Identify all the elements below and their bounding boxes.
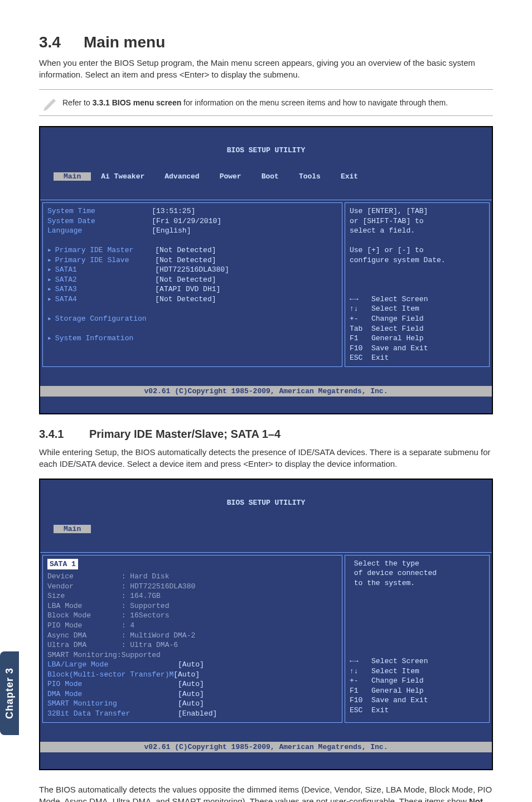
help-line: to the system. bbox=[354, 579, 415, 587]
bios2-info-row: PIO Mode : 4 bbox=[47, 621, 134, 630]
row-label: DMA Mode bbox=[47, 690, 82, 698]
row-value: [Enabled] bbox=[178, 709, 217, 718]
legend-key: ↑↓ bbox=[350, 667, 359, 675]
legend-text: Exit bbox=[371, 354, 389, 362]
legend-row: F1 General Help bbox=[350, 334, 424, 342]
bios1-device-row[interactable]: SATA1 [HDT722516DLA380] bbox=[47, 265, 229, 274]
bios1-row[interactable]: System Time [13:51:25] bbox=[47, 207, 195, 215]
row-value: [Not Detected] bbox=[155, 276, 216, 284]
row-value: [Not Detected] bbox=[155, 256, 216, 264]
bios-utility-sata: BIOS SETUP UTILITY Main SATA 1 Device : … bbox=[39, 479, 493, 770]
legend-text: Select Item bbox=[371, 667, 419, 675]
bios1-left-pane: System Time [13:51:25] System Date [Fri … bbox=[42, 202, 342, 367]
bios1-tab-advanced[interactable]: Advanced bbox=[154, 172, 209, 181]
help-line: of device connected bbox=[354, 569, 437, 577]
legend-text: Save and Exit bbox=[371, 344, 428, 352]
bios2-setting-row[interactable]: Block(Multi-sector Transfer)M[Auto] bbox=[47, 670, 200, 679]
row-value: [13:51:25] bbox=[152, 207, 195, 215]
note-prefix: Refer to bbox=[62, 98, 93, 107]
row-label: PIO Mode bbox=[47, 680, 82, 688]
bios1-tab-main[interactable]: Main bbox=[54, 172, 91, 181]
bios1-help-pane: Use [ENTER], [TAB] or [SHIFT-TAB] to sel… bbox=[345, 202, 490, 367]
bios2-footer: v02.61 (C)Copyright 1985-2009, American … bbox=[40, 742, 492, 752]
bios1-tab-exit[interactable]: Exit bbox=[331, 172, 368, 181]
bios1-system-info[interactable]: System Information bbox=[47, 334, 133, 342]
legend-row: ESC Exit bbox=[350, 706, 389, 714]
bios1-row[interactable]: System Date [Fri 01/29/2010] bbox=[47, 217, 221, 225]
legend-key: Tab bbox=[350, 325, 362, 333]
row-value: [Fri 01/29/2010] bbox=[152, 217, 221, 225]
note-suffix: for information on the menu screen items… bbox=[181, 98, 448, 107]
row-value: : 4 bbox=[122, 621, 134, 630]
row-label: Block(Multi-sector Transfer)M bbox=[47, 670, 173, 679]
legend-text: Select Screen bbox=[371, 657, 428, 665]
legend-row: F1 General Help bbox=[350, 687, 424, 695]
row-value: : 164.7GB bbox=[122, 592, 161, 600]
bios1-footer: v02.61 (C)Copyright 1985-2009, American … bbox=[40, 386, 492, 397]
bios2-info-row: Ultra DMA : Ultra DMA-6 bbox=[47, 641, 178, 649]
bios1-tab-boot[interactable]: Boot bbox=[252, 172, 289, 181]
bios1-tab-power[interactable]: Power bbox=[210, 172, 252, 181]
bios1-device-row[interactable]: SATA4 [Not Detected] bbox=[47, 295, 216, 303]
legend-text: Change Field bbox=[371, 315, 424, 323]
legend-key: ←→ bbox=[350, 295, 359, 303]
row-label: System Date bbox=[47, 217, 95, 225]
row-label: Ultra DMA bbox=[47, 641, 86, 649]
legend-text: Change Field bbox=[371, 677, 424, 685]
bios1-tab-tools[interactable]: Tools bbox=[289, 172, 331, 181]
row-value: [HDT722516DLA380] bbox=[155, 265, 229, 274]
legend-key: F1 bbox=[350, 687, 359, 695]
row-value: [Auto] bbox=[178, 660, 204, 669]
bios2-info-row: Device : Hard Disk bbox=[47, 572, 169, 581]
legend-key: F1 bbox=[350, 334, 359, 342]
closing-text-a: The BIOS automatically detects the value… bbox=[39, 785, 492, 803]
row-value: : Supported bbox=[122, 602, 170, 610]
row-label: PIO Mode bbox=[47, 621, 82, 630]
bios2-section-header: SATA 1 bbox=[47, 559, 78, 570]
bios2-setting-row[interactable]: PIO Mode [Auto] bbox=[47, 680, 204, 688]
row-value: [Not Detected] bbox=[155, 246, 216, 254]
legend-row: ↑↓ Select Item bbox=[350, 305, 419, 313]
note-block: Refer to 3.3.1 BIOS menu screen for info… bbox=[39, 89, 493, 116]
bios2-setting-row[interactable]: LBA/Large Mode [Auto] bbox=[47, 660, 204, 669]
row-label: Vendor bbox=[47, 582, 74, 591]
bios1-device-row[interactable]: Primary IDE Master [Not Detected] bbox=[47, 246, 216, 254]
row-value: : Ultra DMA-6 bbox=[122, 641, 178, 649]
bios2-setting-row[interactable]: DMA Mode [Auto] bbox=[47, 690, 204, 698]
bios1-device-row[interactable]: SATA3 [ATAPI DVD DH1] bbox=[47, 285, 220, 293]
row-label: System Time bbox=[47, 207, 95, 215]
bios2-tab-main[interactable]: Main bbox=[54, 525, 91, 533]
note-text: Refer to 3.3.1 BIOS menu screen for info… bbox=[62, 98, 448, 108]
row-label: Async DMA bbox=[47, 631, 86, 640]
row-label: Size bbox=[47, 592, 65, 600]
bios1-tab-aitweaker[interactable]: Ai Tweaker bbox=[91, 172, 154, 181]
legend-text: Save and Exit bbox=[371, 696, 428, 704]
row-value: :Supported bbox=[117, 651, 161, 659]
row-label: 32Bit Data Transfer bbox=[47, 709, 130, 718]
bios2-setting-row[interactable]: SMART Monitoring [Auto] bbox=[47, 699, 204, 708]
row-value: : MultiWord DMA-2 bbox=[122, 631, 196, 640]
bios1-row[interactable]: Language [English] bbox=[47, 226, 191, 235]
row-label: SATA2 bbox=[55, 276, 77, 284]
intro-paragraph: When you enter the BIOS Setup program, t… bbox=[39, 57, 493, 80]
row-label: SATA1 bbox=[55, 265, 77, 274]
legend-text: General Help bbox=[371, 334, 424, 342]
bios2-info-row: LBA Mode : Supported bbox=[47, 602, 169, 610]
legend-key: F10 bbox=[350, 696, 362, 704]
bios1-device-row[interactable]: Primary IDE Slave [Not Detected] bbox=[47, 256, 216, 264]
sub-heading: 3.4.1Primary IDE Master/Slave; SATA 1–4 bbox=[39, 428, 493, 441]
legend-row: Tab Select Field bbox=[350, 325, 424, 333]
bios2-tab-bar: Main bbox=[40, 524, 492, 535]
bios2-help-pane: Select the type of device connected to t… bbox=[345, 555, 490, 723]
row-value: [Auto] bbox=[178, 680, 204, 688]
row-label: SMART Monitoring bbox=[47, 699, 117, 708]
closing-paragraph: The BIOS automatically detects the value… bbox=[39, 784, 493, 803]
row-label: Device bbox=[47, 572, 74, 581]
bios1-storage-config[interactable]: Storage Configuration bbox=[47, 315, 147, 323]
bios1-device-row[interactable]: SATA2 [Not Detected] bbox=[47, 276, 216, 284]
bios2-setting-row[interactable]: 32Bit Data Transfer [Enabled] bbox=[47, 709, 217, 718]
row-label: SATA4 bbox=[55, 295, 77, 303]
legend-row: ←→ Select Screen bbox=[350, 295, 428, 303]
legend-row: ↑↓ Select Item bbox=[350, 667, 419, 675]
row-value: : Hard Disk bbox=[122, 572, 170, 581]
